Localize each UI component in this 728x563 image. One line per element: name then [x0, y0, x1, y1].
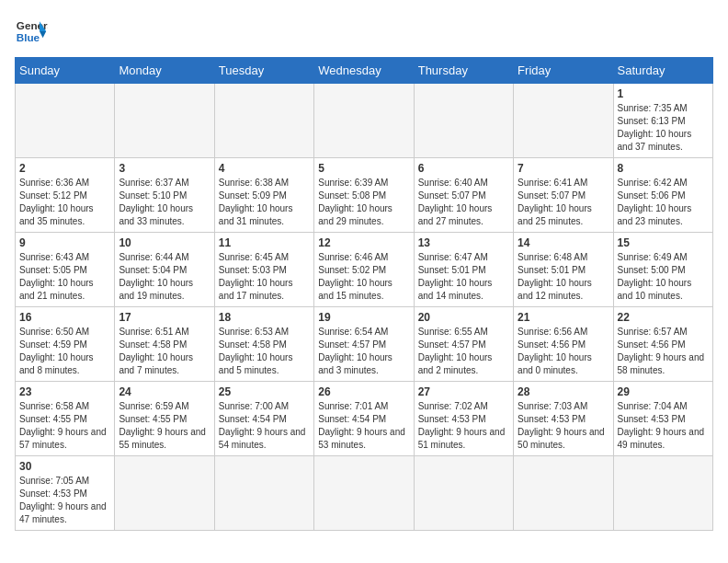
day-info: Sunrise: 7:04 AM Sunset: 4:53 PM Dayligh…	[618, 400, 709, 452]
calendar-cell: 11Sunrise: 6:45 AM Sunset: 5:03 PM Dayli…	[214, 233, 313, 307]
calendar-cell: 28Sunrise: 7:03 AM Sunset: 4:53 PM Dayli…	[514, 382, 613, 456]
calendar-cell	[115, 456, 214, 531]
day-info: Sunrise: 6:45 AM Sunset: 5:03 PM Dayligh…	[219, 251, 310, 303]
calendar-cell	[16, 84, 115, 158]
weekday-header-saturday: Saturday	[613, 58, 712, 84]
weekday-header-thursday: Thursday	[414, 58, 513, 84]
day-info: Sunrise: 6:50 AM Sunset: 4:59 PM Dayligh…	[19, 326, 110, 377]
weekday-header-sunday: Sunday	[16, 58, 115, 84]
calendar-cell: 3Sunrise: 6:37 AM Sunset: 5:10 PM Daylig…	[115, 158, 214, 233]
day-number: 9	[19, 236, 110, 249]
day-info: Sunrise: 6:57 AM Sunset: 4:56 PM Dayligh…	[618, 326, 709, 377]
calendar-cell: 27Sunrise: 7:02 AM Sunset: 4:53 PM Dayli…	[414, 382, 513, 456]
day-info: Sunrise: 6:56 AM Sunset: 4:56 PM Dayligh…	[518, 326, 609, 377]
day-number: 23	[19, 385, 110, 398]
day-info: Sunrise: 6:42 AM Sunset: 5:06 PM Dayligh…	[618, 177, 709, 228]
day-number: 26	[318, 385, 409, 398]
calendar-cell	[514, 456, 613, 531]
calendar-cell	[414, 456, 513, 531]
day-info: Sunrise: 7:05 AM Sunset: 4:53 PM Dayligh…	[19, 475, 110, 526]
calendar-cell	[115, 84, 214, 158]
calendar-cell: 30Sunrise: 7:05 AM Sunset: 4:53 PM Dayli…	[16, 456, 115, 531]
day-number: 8	[618, 162, 709, 175]
calendar-cell	[314, 84, 414, 158]
day-number: 17	[119, 311, 210, 324]
svg-marker-3	[40, 31, 46, 38]
day-info: Sunrise: 6:59 AM Sunset: 4:55 PM Dayligh…	[119, 400, 210, 452]
day-info: Sunrise: 6:51 AM Sunset: 4:58 PM Dayligh…	[119, 326, 210, 377]
logo-icon: General Blue	[15, 15, 48, 48]
calendar-cell: 16Sunrise: 6:50 AM Sunset: 4:59 PM Dayli…	[16, 307, 115, 382]
day-info: Sunrise: 7:35 AM Sunset: 6:13 PM Dayligh…	[618, 102, 709, 154]
day-number: 14	[518, 236, 609, 249]
day-number: 18	[219, 311, 310, 324]
calendar-week-row: 2Sunrise: 6:36 AM Sunset: 5:12 PM Daylig…	[16, 158, 713, 233]
day-info: Sunrise: 6:38 AM Sunset: 5:09 PM Dayligh…	[219, 177, 310, 228]
svg-text:Blue: Blue	[17, 31, 40, 43]
day-info: Sunrise: 7:00 AM Sunset: 4:54 PM Dayligh…	[219, 400, 310, 452]
day-info: Sunrise: 6:39 AM Sunset: 5:08 PM Dayligh…	[318, 177, 409, 228]
calendar-cell: 23Sunrise: 6:58 AM Sunset: 4:55 PM Dayli…	[16, 382, 115, 456]
day-number: 4	[219, 162, 310, 175]
calendar-cell: 20Sunrise: 6:55 AM Sunset: 4:57 PM Dayli…	[414, 307, 513, 382]
calendar-cell: 25Sunrise: 7:00 AM Sunset: 4:54 PM Dayli…	[214, 382, 313, 456]
day-number: 25	[219, 385, 310, 398]
calendar-cell	[414, 84, 513, 158]
day-info: Sunrise: 6:48 AM Sunset: 5:01 PM Dayligh…	[518, 251, 609, 303]
calendar-week-row: 16Sunrise: 6:50 AM Sunset: 4:59 PM Dayli…	[16, 307, 713, 382]
day-number: 2	[19, 162, 110, 175]
calendar-cell: 13Sunrise: 6:47 AM Sunset: 5:01 PM Dayli…	[414, 233, 513, 307]
weekday-header-tuesday: Tuesday	[214, 58, 313, 84]
calendar-cell: 19Sunrise: 6:54 AM Sunset: 4:57 PM Dayli…	[314, 307, 414, 382]
calendar-table: SundayMondayTuesdayWednesdayThursdayFrid…	[15, 57, 713, 531]
calendar-cell: 7Sunrise: 6:41 AM Sunset: 5:07 PM Daylig…	[514, 158, 613, 233]
day-number: 13	[418, 236, 509, 249]
calendar-cell: 12Sunrise: 6:46 AM Sunset: 5:02 PM Dayli…	[314, 233, 414, 307]
day-info: Sunrise: 6:53 AM Sunset: 4:58 PM Dayligh…	[219, 326, 310, 377]
calendar-cell: 4Sunrise: 6:38 AM Sunset: 5:09 PM Daylig…	[214, 158, 313, 233]
day-number: 3	[119, 162, 210, 175]
calendar-week-row: 1Sunrise: 7:35 AM Sunset: 6:13 PM Daylig…	[16, 84, 713, 158]
day-info: Sunrise: 6:36 AM Sunset: 5:12 PM Dayligh…	[19, 177, 110, 228]
day-number: 24	[119, 385, 210, 398]
weekday-header-friday: Friday	[514, 58, 613, 84]
day-info: Sunrise: 6:44 AM Sunset: 5:04 PM Dayligh…	[119, 251, 210, 303]
day-number: 29	[618, 385, 709, 398]
calendar-cell: 8Sunrise: 6:42 AM Sunset: 5:06 PM Daylig…	[613, 158, 712, 233]
day-number: 15	[618, 236, 709, 249]
calendar-cell	[214, 456, 313, 531]
day-number: 12	[318, 236, 409, 249]
calendar-cell: 10Sunrise: 6:44 AM Sunset: 5:04 PM Dayli…	[115, 233, 214, 307]
day-number: 5	[318, 162, 409, 175]
calendar-cell: 21Sunrise: 6:56 AM Sunset: 4:56 PM Dayli…	[514, 307, 613, 382]
weekday-header-row: SundayMondayTuesdayWednesdayThursdayFrid…	[16, 58, 713, 84]
day-info: Sunrise: 6:40 AM Sunset: 5:07 PM Dayligh…	[418, 177, 509, 228]
day-number: 22	[618, 311, 709, 324]
day-number: 6	[418, 162, 509, 175]
day-number: 30	[19, 460, 110, 473]
day-info: Sunrise: 6:46 AM Sunset: 5:02 PM Dayligh…	[318, 251, 409, 303]
calendar-cell	[613, 456, 712, 531]
weekday-header-monday: Monday	[115, 58, 214, 84]
calendar-cell: 14Sunrise: 6:48 AM Sunset: 5:01 PM Dayli…	[514, 233, 613, 307]
calendar-cell: 9Sunrise: 6:43 AM Sunset: 5:05 PM Daylig…	[16, 233, 115, 307]
page-header: General Blue	[15, 15, 713, 48]
calendar-cell: 18Sunrise: 6:53 AM Sunset: 4:58 PM Dayli…	[214, 307, 313, 382]
day-number: 21	[518, 311, 609, 324]
calendar-cell: 1Sunrise: 7:35 AM Sunset: 6:13 PM Daylig…	[613, 84, 712, 158]
day-info: Sunrise: 6:54 AM Sunset: 4:57 PM Dayligh…	[318, 326, 409, 377]
calendar-cell	[314, 456, 414, 531]
day-number: 7	[518, 162, 609, 175]
day-info: Sunrise: 6:47 AM Sunset: 5:01 PM Dayligh…	[418, 251, 509, 303]
weekday-header-wednesday: Wednesday	[314, 58, 414, 84]
day-info: Sunrise: 6:43 AM Sunset: 5:05 PM Dayligh…	[19, 251, 110, 303]
day-info: Sunrise: 6:49 AM Sunset: 5:00 PM Dayligh…	[618, 251, 709, 303]
calendar-cell: 15Sunrise: 6:49 AM Sunset: 5:00 PM Dayli…	[613, 233, 712, 307]
day-info: Sunrise: 6:55 AM Sunset: 4:57 PM Dayligh…	[418, 326, 509, 377]
day-number: 16	[19, 311, 110, 324]
day-number: 11	[219, 236, 310, 249]
calendar-week-row: 9Sunrise: 6:43 AM Sunset: 5:05 PM Daylig…	[16, 233, 713, 307]
day-info: Sunrise: 7:03 AM Sunset: 4:53 PM Dayligh…	[518, 400, 609, 452]
calendar-cell	[214, 84, 313, 158]
logo: General Blue	[15, 15, 48, 48]
